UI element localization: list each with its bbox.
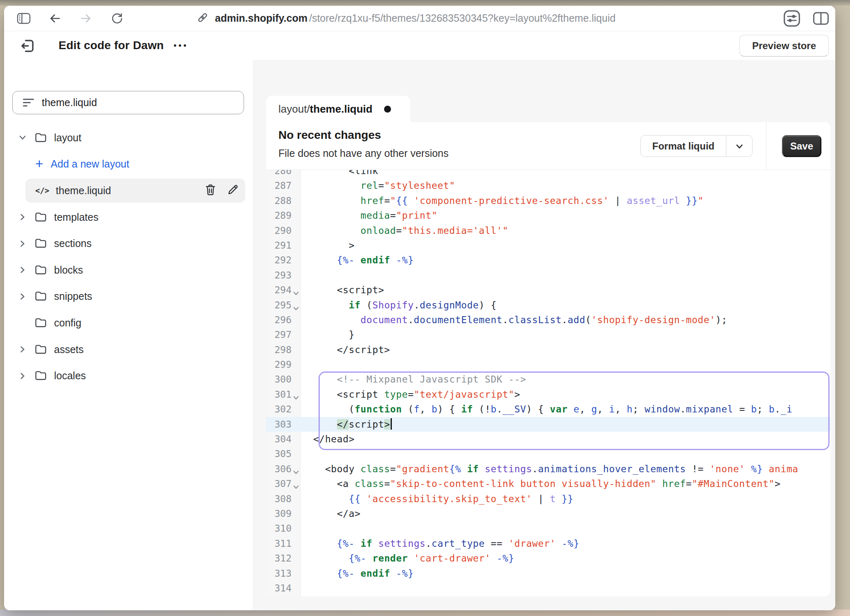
sidebar-item-blocks[interactable]: blocks <box>4 257 253 283</box>
line-number[interactable]: 312 <box>266 551 301 566</box>
code-line-286[interactable]: 286 <link <box>266 170 830 178</box>
line-number[interactable]: 289 <box>266 208 301 223</box>
code-line-content[interactable]: {%- render 'cart-drawer' -%} <box>301 551 830 566</box>
code-line-301[interactable]: 301 <script type="text/javascript"> <box>266 387 830 402</box>
address-bar[interactable]: admin.shopify.com/store/rzq1xu-f5/themes… <box>197 6 615 31</box>
reload-icon[interactable] <box>111 12 124 25</box>
code-line-content[interactable]: </head> <box>301 432 830 446</box>
sidebar-item-theme-liquid[interactable]: </>theme.liquid <box>4 177 253 204</box>
line-number[interactable]: 306 <box>266 462 301 476</box>
line-number[interactable]: 290 <box>266 223 301 238</box>
sidebar-item-assets[interactable]: assets <box>4 336 253 363</box>
code-line-303[interactable]: 303 </script> <box>266 417 830 432</box>
chevron-right-icon[interactable] <box>18 239 34 248</box>
line-number[interactable]: 297 <box>266 327 301 342</box>
code-line-292[interactable]: 292 {%- endif -%} <box>266 253 830 267</box>
split-view-icon[interactable] <box>812 11 830 26</box>
code-line-content[interactable]: {%- endif -%} <box>301 253 830 267</box>
code-line-content[interactable] <box>301 357 830 372</box>
code-line-content[interactable] <box>301 581 830 596</box>
sidebar-item-locales[interactable]: locales <box>4 362 253 389</box>
sidebar-item-config[interactable]: config <box>4 310 253 336</box>
line-number[interactable]: 295 <box>266 298 301 313</box>
chevron-right-icon[interactable] <box>18 345 34 354</box>
sidebar-item-add-a-new-layout[interactable]: +Add a new layout <box>4 151 253 178</box>
line-number[interactable]: 293 <box>266 268 301 283</box>
line-number[interactable]: 311 <box>266 536 301 551</box>
code-line-content[interactable]: (function (f, b) { if (!b.__SV) { var e,… <box>301 402 830 417</box>
save-button[interactable]: Save <box>782 135 821 157</box>
code-line-296[interactable]: 296 document.documentElement.classList.a… <box>266 313 830 327</box>
code-line-content[interactable]: </script> <box>301 417 830 432</box>
code-line-288[interactable]: 288 href="{{ 'component-predictive-searc… <box>266 193 830 208</box>
code-line-content[interactable]: <body class="gradient{% if settings.anim… <box>301 462 830 476</box>
code-line-291[interactable]: 291 > <box>266 238 830 253</box>
code-editor[interactable]: 286 <link287 rel="stylesheet"288 href="{… <box>266 170 830 596</box>
line-number[interactable]: 307 <box>266 476 301 491</box>
code-line-310[interactable]: 310 <box>266 521 830 536</box>
code-line-314[interactable]: 314 <box>266 581 830 596</box>
sidebar-item-templates[interactable]: templates <box>4 204 253 231</box>
line-number[interactable]: 302 <box>266 402 301 417</box>
chevron-down-icon[interactable] <box>18 133 34 142</box>
code-line-content[interactable]: <script> <box>301 283 830 297</box>
line-number[interactable]: 292 <box>266 253 301 267</box>
code-line-content[interactable]: href="{{ 'component-predictive-search.cs… <box>301 193 830 208</box>
line-number[interactable]: 308 <box>266 491 301 506</box>
trash-icon[interactable] <box>205 183 216 197</box>
format-options-dropdown[interactable] <box>726 136 752 156</box>
code-line-302[interactable]: 302 (function (f, b) { if (!b.__SV) { va… <box>266 402 830 417</box>
code-line-content[interactable] <box>301 268 830 283</box>
code-line-content[interactable]: {%- if settings.cart_type == 'drawer' -%… <box>301 536 830 551</box>
forward-icon[interactable] <box>79 12 93 25</box>
tab-theme-liquid[interactable]: layout/theme.liquid <box>266 96 410 122</box>
code-line-307[interactable]: 307 <a class="skip-to-content-link butto… <box>266 476 830 491</box>
code-line-content[interactable]: document.documentElement.classList.add('… <box>301 313 830 327</box>
code-line-content[interactable]: if (Shopify.designMode) { <box>301 298 830 313</box>
code-line-299[interactable]: 299 <box>266 357 830 372</box>
chevron-right-icon[interactable] <box>18 265 34 274</box>
more-actions-button[interactable]: ••• <box>174 41 188 50</box>
line-number[interactable]: 286 <box>266 170 301 178</box>
code-line-287[interactable]: 287 rel="stylesheet" <box>266 178 830 193</box>
extensions-sliders-icon[interactable] <box>783 9 801 27</box>
chevron-right-icon[interactable] <box>18 213 34 222</box>
sidebar-item-snippets[interactable]: snippets <box>4 283 253 310</box>
code-line-308[interactable]: 308 {{ 'accessibility.skip_to_text' | t … <box>266 491 830 506</box>
line-number[interactable]: 314 <box>266 581 301 596</box>
sidebar-toggle-icon[interactable] <box>16 12 31 25</box>
code-line-content[interactable]: {%- endif -%} <box>301 566 830 581</box>
code-line-content[interactable]: <!-- Mixpanel Javascript SDK --> <box>301 372 830 387</box>
code-line-content[interactable]: } <box>301 327 830 342</box>
code-line-293[interactable]: 293 <box>266 268 830 283</box>
code-line-294[interactable]: 294 <script> <box>266 283 830 297</box>
line-number[interactable]: 296 <box>266 313 301 327</box>
code-line-content[interactable]: <a class="skip-to-content-link button vi… <box>301 476 830 491</box>
code-line-290[interactable]: 290 onload="this.media='all'" <box>266 223 830 238</box>
preview-store-button[interactable]: Preview store <box>739 35 829 57</box>
sidebar-item-layout[interactable]: layout <box>4 125 253 151</box>
code-line-content[interactable]: </a> <box>301 506 830 521</box>
line-number[interactable]: 301 <box>266 387 301 402</box>
pencil-icon[interactable] <box>227 184 239 197</box>
code-line-content[interactable]: > <box>301 238 830 253</box>
file-search-input[interactable]: theme.liquid <box>12 91 244 114</box>
code-line-content[interactable] <box>301 521 830 536</box>
code-line-content[interactable]: {{ 'accessibility.skip_to_text' | t }} <box>301 491 830 506</box>
code-line-312[interactable]: 312 {%- render 'cart-drawer' -%} <box>266 551 830 566</box>
code-line-content[interactable]: </script> <box>301 342 830 357</box>
line-number[interactable]: 313 <box>266 566 301 581</box>
line-number[interactable]: 288 <box>266 193 301 208</box>
code-line-298[interactable]: 298 </script> <box>266 342 830 357</box>
line-number[interactable]: 291 <box>266 238 301 253</box>
format-liquid-button[interactable]: Format liquid <box>640 135 753 157</box>
code-line-content[interactable]: <script type="text/javascript"> <box>301 387 830 402</box>
code-line-content[interactable]: rel="stylesheet" <box>301 178 830 193</box>
code-line-313[interactable]: 313 {%- endif -%} <box>266 566 830 581</box>
chevron-right-icon[interactable] <box>18 371 34 380</box>
line-number[interactable]: 298 <box>266 342 301 357</box>
line-number[interactable]: 305 <box>266 446 301 461</box>
code-line-content[interactable]: <link <box>301 170 830 178</box>
line-number[interactable]: 300 <box>266 372 301 387</box>
code-line-305[interactable]: 305 <box>266 446 830 461</box>
